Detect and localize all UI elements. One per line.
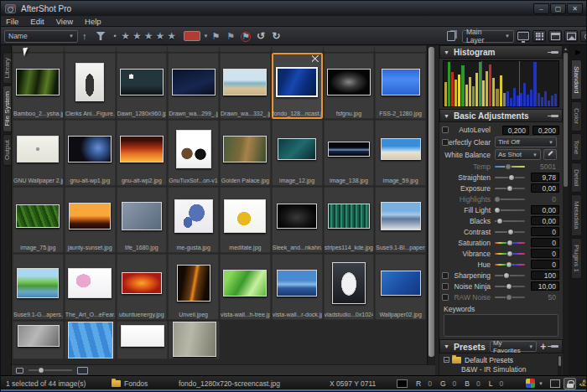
thumbnail-cell[interactable]: life_1680.jpg	[117, 187, 168, 253]
lock-button[interactable]	[564, 378, 576, 389]
minimize-button[interactable]: –	[533, 3, 549, 14]
noise-ninja-slider[interactable]	[495, 286, 525, 287]
white-balance-eyedropper-button[interactable]	[543, 149, 557, 160]
label-dropdown-icon[interactable]: ▼	[203, 34, 208, 39]
autolevel-low-value[interactable]: 0,200	[502, 126, 529, 135]
thumbnail-cell[interactable]: meditate.jpg	[220, 187, 271, 253]
sidebar-tab-output[interactable]: Output	[3, 134, 12, 166]
grid-scrollbar[interactable]	[427, 45, 435, 364]
menu-help[interactable]: Help	[85, 17, 101, 26]
slider-thumb[interactable]	[506, 261, 512, 268]
hue-slider[interactable]	[495, 264, 525, 266]
value-box[interactable]: 0	[531, 249, 559, 258]
pin-icon[interactable]	[551, 115, 558, 117]
value-box[interactable]: 9,78	[531, 173, 559, 182]
slider-thumb[interactable]	[503, 272, 510, 279]
thumbnail-cell[interactable]	[65, 321, 116, 359]
panel-collapse-icon[interactable]: ▶	[569, 48, 587, 58]
pin-icon[interactable]	[551, 345, 558, 348]
panel-scrollbar[interactable]: ▲	[563, 45, 569, 375]
thumbnail-cell[interactable]: Drawn_wa...332_.jpg	[220, 53, 271, 119]
highlights-slider[interactable]	[495, 199, 525, 200]
thumbnail-cell[interactable]: me-gusta.jpg	[168, 187, 219, 253]
menu-file[interactable]: File	[6, 17, 18, 26]
thumbnail-cell[interactable]: fondo_128...ncast.jpg	[272, 53, 323, 119]
slider-thumb[interactable]	[506, 294, 512, 301]
thumbnail-cell[interactable]: Clerks Ani...Figure.jpg	[65, 53, 116, 119]
maximize-button[interactable]: ▢	[550, 3, 566, 14]
flag-reject-icon[interactable]: ⚑	[242, 31, 250, 42]
thumbnail-cell[interactable]: fsfgnu.jpg	[324, 53, 375, 119]
noise-ninja-checkbox[interactable]	[442, 283, 449, 290]
saturation-slider[interactable]	[495, 242, 525, 244]
thumbnail-cell[interactable]: image_75.jpg	[13, 187, 64, 253]
histogram-header[interactable]: ▼ Histogram	[439, 45, 563, 59]
thumbnail-cell[interactable]: image_12.jpg	[272, 120, 323, 186]
value-box[interactable]: 0	[531, 194, 559, 204]
preset-folder-row[interactable]: – Default Presets	[439, 355, 563, 364]
thumbnail-cell[interactable]: Wallpaper02.jpg	[375, 254, 426, 320]
rating-none-icon[interactable]: •	[114, 32, 117, 40]
white-balance-dropdown[interactable]: As Shot▼	[495, 149, 541, 160]
zoom-slider-thumb[interactable]	[38, 367, 44, 374]
pin-icon[interactable]	[551, 51, 558, 54]
current-folder[interactable]: Fondos	[124, 379, 148, 388]
thumbnail-cell[interactable]: gnu-alt-wp1.jpg	[65, 120, 116, 186]
thumbnail-cell[interactable]: Bamboo_2...ysha.jpg	[13, 53, 64, 119]
scroll-up-icon[interactable]: ▲	[563, 46, 569, 51]
flag-done-icon[interactable]: ⚑	[226, 31, 235, 42]
slider-thumb[interactable]	[506, 240, 513, 246]
slider-thumb[interactable]	[505, 163, 512, 170]
slider-thumb[interactable]	[506, 185, 513, 192]
resize-grip[interactable]	[578, 379, 585, 387]
value-box[interactable]: 5001	[531, 162, 559, 171]
value-box[interactable]: 0	[531, 227, 559, 236]
star-icon[interactable]: ★	[167, 30, 176, 42]
thumbnail-cell[interactable]: Unveil.jpeg	[168, 254, 219, 320]
star-icon[interactable]: ★	[132, 30, 142, 42]
star-icon[interactable]: ★	[144, 30, 153, 42]
temp-slider[interactable]	[495, 166, 525, 168]
sidebar-tab-library[interactable]: Library	[3, 52, 12, 84]
thumbnail-cell[interactable]	[13, 321, 64, 359]
star-icon[interactable]: ★	[155, 30, 164, 42]
thumbnail-cell[interactable]: vladstudio...0x1024.jpg	[324, 254, 375, 320]
thumbnail-cell[interactable]: Drawn_wa...299_.jpg	[168, 53, 219, 119]
flag-icon[interactable]: ⚑	[211, 31, 220, 42]
autolevel-checkbox[interactable]	[442, 126, 449, 133]
blacks-slider[interactable]	[495, 220, 525, 222]
straighten-slider[interactable]	[495, 177, 525, 178]
collapse-icon[interactable]: ▼	[444, 343, 449, 349]
add-preset-button[interactable]: +	[540, 341, 546, 353]
slideshow-button[interactable]	[517, 30, 530, 42]
slider-thumb[interactable]	[506, 283, 512, 290]
filter-icon[interactable]	[96, 32, 106, 40]
sort-dropdown[interactable]: Name▼	[4, 30, 78, 43]
collapse-icon[interactable]: ▼	[444, 113, 449, 119]
image-view-button[interactable]	[564, 30, 578, 42]
thumbnail-cell[interactable]: Golden Palace.jpg	[220, 120, 271, 186]
thumbnail-cell[interactable]: image_138.jpg	[324, 120, 375, 186]
thumbnail-cell[interactable]: vista-wall...h-tree.jpg	[220, 254, 271, 320]
raw-noise-checkbox[interactable]	[442, 294, 449, 301]
thumbnail-cell[interactable]: GnuTuxSof...on-v1.jpg	[168, 120, 219, 186]
magnifier-button[interactable]	[580, 30, 587, 42]
grid-scrollbar-thumb[interactable]	[429, 47, 434, 357]
value-box[interactable]: 0,00	[531, 183, 559, 193]
proof-grid-icon[interactable]	[550, 379, 560, 388]
value-box[interactable]: 0	[531, 260, 559, 269]
layer-dropdown[interactable]: Main Layer▼	[462, 30, 514, 43]
slider-thumb[interactable]	[507, 229, 514, 235]
thumbnail-cell[interactable]: Suse9.1-G...apers.jpg	[13, 254, 64, 320]
color-profile-icon[interactable]	[526, 379, 535, 388]
slider-thumb[interactable]	[506, 250, 513, 257]
menu-view[interactable]: View	[56, 17, 73, 26]
thumbnail-cell[interactable]: image_59.jpg	[375, 120, 426, 186]
thumbnail-cell[interactable]: Suse9.1-Bl...papers.jpg	[375, 187, 426, 253]
value-box[interactable]: 10,00	[531, 281, 559, 291]
sort-ascending-icon[interactable]: ↑	[82, 31, 87, 41]
layers-icon[interactable]	[447, 31, 455, 41]
thumbnail-view-button[interactable]	[532, 30, 546, 42]
rotate-left-icon[interactable]: ↺	[257, 30, 265, 42]
thumbnail-cell[interactable]: jaunty-sunset.jpg	[65, 187, 116, 253]
